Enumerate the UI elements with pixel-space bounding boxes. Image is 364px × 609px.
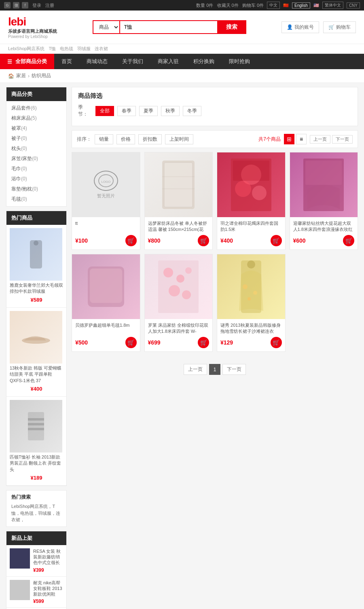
svg-rect-4 [28, 418, 44, 421]
breadcrumb-home[interactable]: 家居 [16, 72, 26, 79]
new-arrival-0-price: ¥399 [33, 567, 63, 573]
product-card-5[interactable]: 罗莱 床品家纺 全棉缎纹印花双人加大1.8米床四件套 W- ¥699 🛒 [144, 254, 213, 352]
product-2-img [217, 152, 285, 217]
sidebar-item-6[interactable]: 毛巾(0) [6, 164, 66, 174]
nav-home[interactable]: 首页 [54, 54, 79, 69]
nav-points[interactable]: 积分换购 [186, 54, 222, 69]
svg-point-27 [182, 290, 191, 299]
product-1-cart-btn[interactable]: 🛒 [198, 235, 209, 246]
sort-date[interactable]: 上架时间 [165, 134, 193, 144]
home-icon: 🏠 [8, 73, 14, 79]
sort-sales[interactable]: 销量 [95, 134, 113, 144]
chinese-lang-btn[interactable]: 中文 [267, 2, 280, 9]
product-5-img [145, 254, 213, 319]
product-card-2[interactable]: 羽之谭全棉印花燭床四件套国韵1.5米 ¥400 🛒 [217, 152, 286, 250]
lebishop-link-2[interactable]: 电热毯 [60, 46, 73, 52]
hot-product-2-img [10, 400, 62, 453]
prev-page-btn[interactable]: 上一页 [184, 364, 207, 375]
all-categories-btn[interactable]: ☰ 全部商品分类 [0, 54, 54, 69]
svg-rect-21 [90, 269, 122, 303]
product-5-cart-btn[interactable]: 🛒 [198, 337, 209, 348]
product-4-cart-btn[interactable]: 🛒 [125, 337, 137, 348]
nav-bar: ☰ 全部商品分类 首页 商城动态 关于我们 商家入驻 积分换购 限时抢购 [0, 54, 364, 69]
google-icon[interactable]: G [4, 2, 11, 8]
product-4-price: ¥500 [75, 339, 88, 346]
hot-product-1[interactable]: 13秋冬新款 韩版 可爱蝴蝶结甜美 平底 平跟单鞋QXFS-1米色 37 ¥40… [6, 308, 66, 397]
nav-news[interactable]: 商城动态 [79, 54, 115, 69]
product-5-name: 罗莱 床品家纺 全棉缎纹印花双人加大1.8米床四件套 W- [148, 322, 210, 334]
logo: lebi 乐彼多语言网上商城系统 Powered by LebiShop [8, 15, 57, 39]
lebishop-link-3[interactable]: 羽绒服 [77, 46, 91, 52]
product-card-1[interactable]: 远梦家纺床品冬被 单人冬被舒适温 馨被 150cm×215cm(花 ¥800 🛒 [144, 152, 213, 250]
filter-season-autumn[interactable]: 秋季 [161, 106, 180, 116]
filter-season-summer[interactable]: 夏季 [139, 106, 158, 116]
grid-view-btn[interactable]: ⊞ [284, 134, 294, 144]
account-button[interactable]: 👤 我的账号 [281, 21, 319, 33]
sidebar-item-3[interactable]: 被子(0) [6, 133, 66, 144]
product-card-6[interactable]: 谜秀 2013秋夏装新品韩版修身拖地雪纺长裙子沙滩裙连衣 ¥129 🛒 [217, 254, 286, 352]
sort-price[interactable]: 价格 [116, 134, 135, 144]
list-view-btn[interactable]: ≡ [296, 134, 307, 144]
product-2-cart-btn[interactable]: 🛒 [271, 235, 282, 246]
product-card-4[interactable]: 贝德罗萨鑫超细单毛毯1.8m ¥500 🛒 [72, 254, 140, 352]
product-4-name: 贝德罗萨鑫超细单毛毯1.8m [75, 322, 137, 334]
top-next-btn[interactable]: 下一页 [332, 135, 353, 144]
breadcrumb-current: 纺织用品 [32, 72, 51, 79]
sort-discount[interactable]: 折扣数 [138, 134, 162, 144]
sidebar-item-8[interactable]: 靠垫/抱枕(0) [6, 184, 66, 194]
weibo-icon[interactable]: 微 [13, 2, 19, 8]
lebishop-link-0[interactable]: LebiShop网店系统 [8, 46, 45, 52]
product-3-price: ¥600 [293, 237, 306, 244]
cart-button[interactable]: 🛒 购物车 [323, 21, 356, 33]
lebishop-link-1[interactable]: T恤 [49, 46, 56, 52]
nav-about[interactable]: 关于我们 [115, 54, 150, 69]
product-0-placeholder: 暂无照片 [97, 193, 115, 199]
sidebar-item-1[interactable]: 棉床床品(5) [6, 113, 66, 123]
page-1-btn[interactable]: 1 [209, 364, 221, 375]
login-link[interactable]: 登录 [32, 2, 41, 8]
next-page-btn[interactable]: 下一页 [222, 364, 246, 375]
hot-product-2[interactable]: 匹顿T恤衫 长袖 2013新款 男装正品 翻领上衣 弄纹套头 ¥189 [6, 397, 66, 486]
filter-season-winter[interactable]: 冬季 [183, 106, 201, 116]
product-0-cart-btn[interactable]: 🛒 [125, 235, 137, 246]
view-toggle: ⊞ ≡ [284, 134, 307, 144]
hot-product-0[interactable]: 雅鹿女装奢华兰郊大毛领双排扣中长款羽绒服 ¥589 [6, 225, 66, 308]
new-arrival-1[interactable]: 耐克 nike高帮女鞋板鞋 2013新款优闲鞋 ¥599 [6, 577, 66, 608]
breadcrumb-sep-1: › [28, 73, 30, 79]
new-arrivals-section: 新品上架 RESA 女装 秋装新款藤纺绡色中式立领长 ¥399 耐克 nike高… [6, 531, 67, 609]
lebishop-link-4[interactable]: 连衣裙 [95, 46, 108, 52]
traditional-lang-btn[interactable]: 繁体中文 [322, 2, 343, 9]
new-arrival-0[interactable]: RESA 女装 秋装新款藤纺绡色中式立领长 ¥399 [6, 545, 66, 577]
top-prev-btn[interactable]: 上一页 [310, 135, 330, 144]
sidebar-item-2[interactable]: 被罩(4) [6, 123, 66, 133]
product-1-name: 远梦家纺床品冬被 单人冬被舒适温 馨被 150cm×215cm(花 [148, 220, 210, 233]
english-lang-btn[interactable]: English [292, 2, 310, 8]
sidebar-item-5[interactable]: 床笠/床垫(0) [6, 154, 66, 164]
search-input[interactable] [119, 20, 217, 34]
search-category-select[interactable]: 商品 [93, 20, 119, 34]
filter-season-all[interactable]: 全部 [95, 106, 114, 116]
product-card-0[interactable]: LOGO 暂无照片 tt ¥100 🛒 [72, 152, 140, 250]
sidebar-item-4[interactable]: 枕头(0) [6, 144, 66, 154]
register-link[interactable]: 注册 [45, 2, 54, 8]
hot-search-content: LebiShop网店系统，T恤，电热毯，羽绒服，连衣裙， [11, 503, 61, 523]
product-6-cart-btn[interactable]: 🛒 [271, 337, 282, 348]
sidebar-category-section: 商品分类 床品套件(6) 棉床床品(5) 被罩(4) 被子(0) 枕头(0) 床… [6, 87, 67, 207]
sidebar-item-7[interactable]: 浴巾(0) [6, 174, 66, 184]
product-3-cart-btn[interactable]: 🛒 [343, 235, 354, 246]
nav-merchant[interactable]: 商家入驻 [150, 54, 186, 69]
filter-season-spring[interactable]: 春季 [117, 106, 136, 116]
nav-flash[interactable]: 限时抢购 [222, 54, 257, 69]
hot-product-1-price: ¥400 [10, 385, 63, 393]
sidebar-item-0[interactable]: 床品套件(6) [6, 103, 66, 113]
sidebar-item-9[interactable]: 毛毯(0) [6, 194, 66, 204]
product-2-price: ¥400 [220, 237, 233, 244]
svg-point-23 [163, 268, 173, 277]
product-card-3[interactable]: 迎馨家纺钻丝绣大提花超大双人1.8米床四件套浪漫缘衣玫红 ¥600 🛒 [290, 152, 358, 250]
product-2-name: 羽之谭全棉印花燭床四件套国韵1.5米 [220, 220, 282, 233]
svg-point-25 [185, 267, 192, 274]
facebook-icon[interactable]: f [22, 2, 28, 8]
cny-btn[interactable]: CNY [347, 2, 360, 8]
svg-point-30 [243, 284, 248, 289]
search-button[interactable]: 搜索 [217, 20, 246, 34]
